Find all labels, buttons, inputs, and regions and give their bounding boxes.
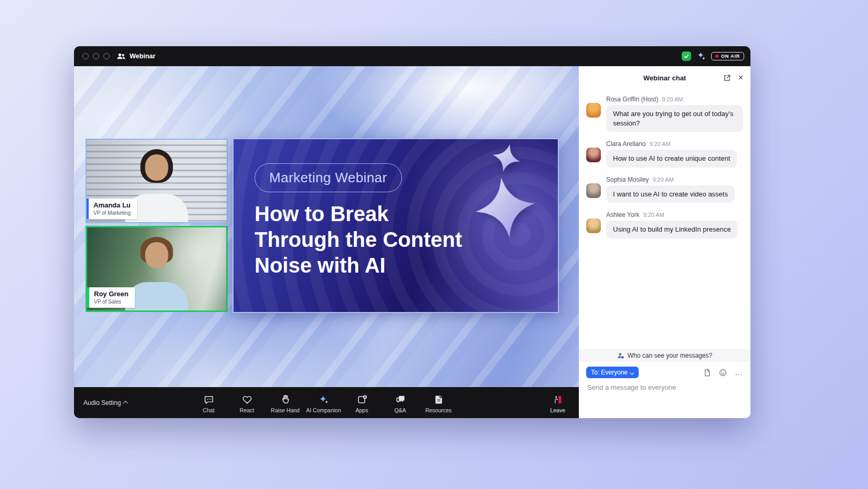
nametag-amanda: Amanda Lu VP of Marketing bbox=[87, 199, 137, 219]
window-title: Webinar bbox=[130, 53, 155, 60]
chat-message: Ashlee York 9:20 AM Using AI to build my… bbox=[586, 211, 743, 238]
message-author: Rosa Griffin (Host) bbox=[606, 96, 658, 103]
pop-out-icon[interactable] bbox=[723, 74, 731, 82]
chat-button[interactable]: Chat bbox=[189, 392, 228, 413]
message-text: What are you trying to get out of today'… bbox=[606, 105, 743, 132]
message-composer bbox=[579, 378, 750, 392]
message-author: Sophia Mosiley bbox=[606, 176, 649, 183]
visibility-note[interactable]: Who can see your messages? bbox=[579, 349, 750, 362]
resources-icon bbox=[433, 394, 444, 405]
qa-bubbles-icon bbox=[395, 394, 406, 405]
chat-message: Sophia Mosiley 9:20 AM I want to use AI … bbox=[586, 176, 743, 203]
chat-message-list[interactable]: Rosa Griffin (Host) 9:20 AM What are you… bbox=[579, 89, 750, 349]
participant-role: VP of Sales bbox=[94, 298, 129, 305]
message-text: I want to use AI to create video assets bbox=[606, 185, 735, 203]
message-time: 9:20 AM bbox=[643, 212, 664, 218]
close-window-icon[interactable] bbox=[82, 53, 89, 59]
message-time: 9:20 AM bbox=[662, 96, 683, 102]
meeting-toolbar: Audio Setting Chat bbox=[74, 387, 579, 418]
attach-file-icon[interactable] bbox=[703, 369, 711, 377]
to-everyone-selector[interactable]: To: Everyone bbox=[586, 367, 639, 378]
emoji-icon[interactable] bbox=[719, 369, 727, 377]
chat-bubble-icon bbox=[203, 394, 215, 405]
participants-icon bbox=[117, 53, 125, 60]
chat-header: Webinar chat × bbox=[579, 66, 750, 89]
ai-sparkle-icon[interactable] bbox=[696, 51, 706, 61]
leave-door-icon bbox=[552, 394, 564, 405]
react-button[interactable]: React bbox=[228, 392, 266, 413]
chat-message: Rosa Griffin (Host) 9:20 AM What are you… bbox=[586, 96, 743, 132]
decor-star-big bbox=[470, 172, 541, 243]
avatar bbox=[586, 219, 601, 233]
shared-slide: Marketing Webinar How to Break Through t… bbox=[232, 138, 559, 313]
chat-footer: Who can see your messages? To: Everyone bbox=[579, 349, 750, 418]
titlebar: Webinar ON AIR bbox=[74, 46, 750, 66]
avatar bbox=[586, 183, 601, 198]
avatar bbox=[586, 148, 601, 162]
more-options-icon[interactable]: … bbox=[735, 371, 743, 374]
close-icon[interactable]: × bbox=[738, 74, 743, 82]
chevron-down-icon bbox=[630, 370, 634, 374]
participant-name: Amanda Lu bbox=[93, 201, 131, 210]
chevron-up-icon bbox=[123, 401, 129, 406]
message-input[interactable] bbox=[587, 383, 742, 391]
on-air-dot bbox=[715, 55, 718, 58]
participant-name: Roy Green bbox=[94, 290, 129, 298]
nametag-roy: Roy Green VP of Sales bbox=[87, 287, 135, 308]
message-author: Ashlee York bbox=[606, 211, 639, 219]
video-tile-amanda[interactable]: Amanda Lu VP of Marketing bbox=[86, 139, 228, 223]
on-air-label: ON AIR bbox=[721, 54, 740, 59]
qa-button[interactable]: Q&A bbox=[381, 392, 419, 413]
avatar bbox=[586, 103, 601, 118]
apps-icon bbox=[356, 394, 368, 405]
sparkle-icon bbox=[318, 394, 330, 405]
security-shield-icon[interactable] bbox=[682, 51, 691, 61]
chat-panel: Webinar chat × Rosa Griffin (Host) 9:20 … bbox=[579, 66, 750, 418]
window-title-group: Webinar bbox=[117, 53, 155, 60]
zoom-window-icon[interactable] bbox=[103, 53, 110, 59]
webinar-window: Webinar ON AIR bbox=[74, 46, 750, 418]
message-time: 9:20 AM bbox=[652, 176, 673, 183]
message-author: Clara Arellano bbox=[606, 140, 645, 148]
message-time: 9:20 AM bbox=[649, 141, 670, 147]
on-air-badge: ON AIR bbox=[711, 52, 744, 60]
raise-hand-button[interactable]: Raise Hand bbox=[266, 392, 304, 413]
chat-title: Webinar chat bbox=[643, 74, 686, 82]
leave-button[interactable]: Leave bbox=[550, 392, 565, 413]
message-text: Using AI to build my LinkedIn presence bbox=[606, 221, 738, 238]
ai-companion-button[interactable]: AI Companion bbox=[304, 392, 343, 413]
participant-role: VP of Marketing bbox=[93, 210, 131, 216]
window-controls[interactable] bbox=[82, 53, 110, 59]
slide-badge: Marketing Webinar bbox=[255, 163, 402, 192]
chat-message: Clara Arellano 9:20 AM How to use AI to … bbox=[586, 140, 743, 168]
audio-setting-button[interactable]: Audio Setting bbox=[83, 399, 128, 407]
minimize-window-icon[interactable] bbox=[93, 53, 99, 59]
video-tile-roy[interactable]: Roy Green VP of Sales bbox=[86, 226, 228, 312]
person-visibility-icon bbox=[617, 352, 624, 359]
message-text: How to use AI to create unique content bbox=[606, 150, 737, 168]
decor-star-small bbox=[489, 140, 524, 176]
video-stage: Amanda Lu VP of Marketing Roy Green VP o… bbox=[74, 66, 579, 418]
hand-icon bbox=[280, 394, 291, 405]
resources-button[interactable]: Resources bbox=[419, 392, 458, 413]
heart-icon bbox=[241, 394, 253, 405]
apps-button[interactable]: Apps bbox=[343, 392, 381, 413]
slide-title: How to Break Through the Content Noise w… bbox=[255, 201, 462, 278]
